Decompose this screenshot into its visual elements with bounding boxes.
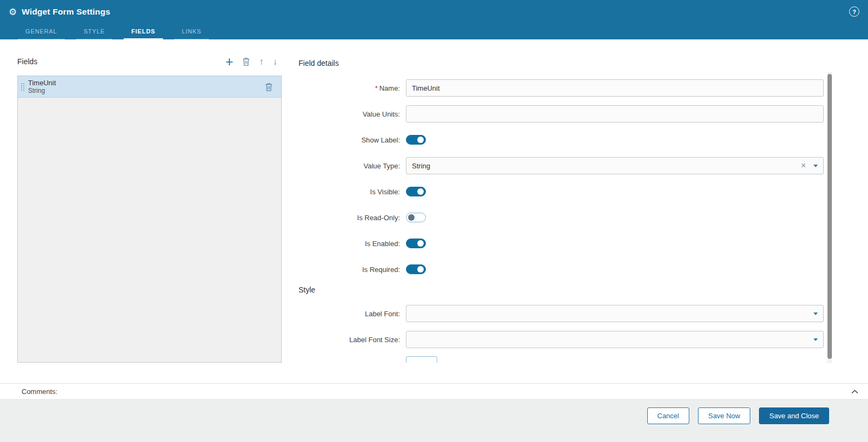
name-input[interactable] <box>406 79 824 97</box>
is-enabled-row: Is Enabled: <box>299 230 824 256</box>
is-visible-toggle[interactable] <box>406 187 426 196</box>
is-visible-label: Is Visible: <box>370 188 400 196</box>
comments-bar: Comments: <box>0 383 868 400</box>
field-item-text: TimeUnit String <box>28 79 56 95</box>
clipped-row <box>299 356 824 363</box>
label-font-size-row: Label Font Size: <box>299 327 824 352</box>
name-row: *Name: <box>299 75 824 101</box>
name-label: Name: <box>379 84 400 92</box>
tab-fields[interactable]: FIELDS <box>124 24 163 39</box>
fields-panel-header: Fields + ↑ ↓ <box>17 53 282 70</box>
toggle-knob <box>417 240 424 247</box>
chevron-down-icon[interactable] <box>813 338 818 341</box>
trash-icon[interactable] <box>265 83 273 91</box>
label-font-size-label: Label Font Size: <box>349 336 400 344</box>
is-required-toggle[interactable] <box>406 264 426 274</box>
label-font-row: Label Font: <box>299 301 824 327</box>
field-list-item[interactable]: TimeUnit String <box>18 76 281 98</box>
is-read-only-label: Is Read-Only: <box>357 214 400 222</box>
fields-list: TimeUnit String <box>17 76 282 363</box>
tab-style[interactable]: STYLE <box>76 24 112 39</box>
toggle-knob <box>417 188 424 195</box>
show-label-label: Show Label: <box>361 136 400 144</box>
is-read-only-toggle[interactable] <box>406 213 426 222</box>
is-read-only-row: Is Read-Only: <box>299 205 824 230</box>
tab-general[interactable]: GENERAL <box>18 24 65 39</box>
move-down-icon[interactable]: ↓ <box>273 57 278 66</box>
save-now-button[interactable]: Save Now <box>698 407 750 424</box>
required-asterisk: * <box>375 84 378 92</box>
clear-icon[interactable]: × <box>801 161 806 170</box>
value-type-row: Value Type: String × <box>299 153 824 179</box>
gear-icon: ⚙ <box>9 8 17 17</box>
field-details-form: *Name: Value Units: Show Label: Value Ty… <box>299 75 824 363</box>
drag-handle-icon[interactable] <box>21 82 24 92</box>
show-label-row: Show Label: <box>299 127 824 153</box>
details-scrollbar-thumb[interactable] <box>828 74 832 359</box>
tabbar: GENERAL STYLE FIELDS LINKS <box>0 24 868 39</box>
field-details-title: Field details <box>299 58 339 69</box>
label-font-label: Label Font: <box>365 310 400 318</box>
add-field-icon[interactable]: + <box>225 55 233 69</box>
value-units-row: Value Units: <box>299 101 824 127</box>
toggle-knob <box>417 137 424 143</box>
chevron-up-icon[interactable] <box>851 390 858 394</box>
toggle-knob <box>408 214 415 221</box>
fields-toolbar: + ↑ ↓ <box>225 55 277 69</box>
dialog-footer: Cancel Save Now Save and Close <box>0 400 868 442</box>
comments-label: Comments: <box>22 387 57 396</box>
tab-links[interactable]: LINKS <box>174 24 209 39</box>
is-required-label: Is Required: <box>362 266 400 274</box>
cancel-button[interactable]: Cancel <box>647 407 689 424</box>
is-required-row: Is Required: <box>299 256 824 282</box>
widget-form-settings-dialog: ⚙ Widget Form Settings ? GENERAL STYLE F… <box>0 0 868 442</box>
value-units-input[interactable] <box>406 105 824 123</box>
fields-panel-title: Fields <box>17 57 37 66</box>
help-icon[interactable]: ? <box>849 6 859 17</box>
save-and-close-button[interactable]: Save and Close <box>759 407 829 424</box>
field-item-type: String <box>28 87 56 94</box>
style-section-title: Style <box>299 285 824 296</box>
is-enabled-label: Is Enabled: <box>365 240 400 248</box>
label-font-size-select[interactable] <box>406 331 824 348</box>
value-type-label: Value Type: <box>364 162 400 170</box>
move-up-icon[interactable]: ↑ <box>259 57 264 66</box>
is-visible-row: Is Visible: <box>299 179 824 205</box>
chevron-down-icon[interactable] <box>813 165 818 167</box>
is-enabled-toggle[interactable] <box>406 239 426 248</box>
toggle-knob <box>417 266 424 273</box>
field-item-name: TimeUnit <box>28 79 56 87</box>
dialog-titlebar: ⚙ Widget Form Settings ? <box>0 0 868 24</box>
value-type-value: String <box>412 162 801 170</box>
label-font-select[interactable] <box>406 305 824 322</box>
value-type-select[interactable]: String × <box>406 157 824 174</box>
clipped-control[interactable] <box>406 356 437 363</box>
chevron-down-icon[interactable] <box>813 312 818 315</box>
value-units-label: Value Units: <box>363 110 400 118</box>
style-section: Label Font: Label Font Size: <box>299 301 824 363</box>
delete-field-icon[interactable] <box>242 57 250 66</box>
dialog-title: Widget Form Settings <box>22 7 110 17</box>
show-label-toggle[interactable] <box>406 135 426 145</box>
details-scrollbar-track[interactable] <box>827 72 832 363</box>
